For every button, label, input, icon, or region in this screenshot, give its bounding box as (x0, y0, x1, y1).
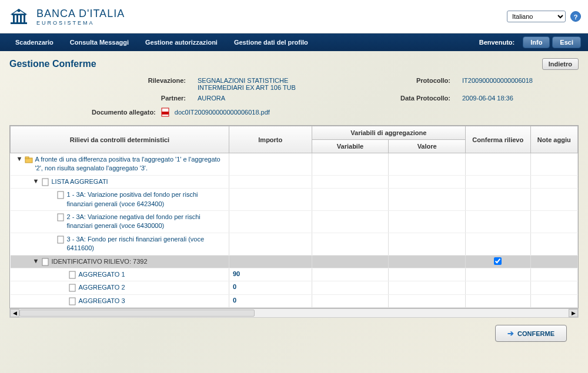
folder-icon (25, 156, 33, 164)
language-selector[interactable]: Italiano (507, 11, 566, 22)
table-row[interactable]: AGGREGATO 2 0 (11, 281, 578, 294)
svg-rect-14 (58, 236, 64, 243)
back-button[interactable]: Indietro (542, 58, 579, 70)
tree-agg2: AGGREGATO 2 (79, 283, 225, 292)
document-icon (68, 271, 76, 279)
page-title: Gestione Conferme (9, 59, 96, 69)
tree-lista: LISTA AGGREGATI (52, 177, 225, 186)
chevron-down-icon[interactable]: ▼ (16, 155, 22, 162)
scroll-left-icon[interactable]: ◀ (10, 309, 19, 317)
svg-rect-5 (24, 15, 25, 22)
conferme-button[interactable]: ➔ CONFERME (495, 325, 567, 342)
document-icon (68, 284, 76, 292)
info-button[interactable]: Info (523, 36, 550, 48)
conferma-checkbox[interactable] (494, 257, 502, 265)
chevron-down-icon[interactable]: ▼ (33, 177, 39, 184)
col-note: Note aggiu (530, 126, 577, 153)
svg-rect-3 (16, 15, 18, 22)
agg3-value: 0 (233, 297, 236, 304)
svg-rect-8 (162, 112, 169, 115)
rilevazione-value-2: INTERMEDIARI EX ART 106 TUB (198, 84, 350, 91)
help-icon[interactable]: ? (570, 11, 581, 22)
data-table: Rilievi da controlli deterministici Impo… (9, 125, 579, 308)
table-row[interactable]: 1 - 3A: Variazione positiva del fondo pe… (11, 189, 578, 211)
agg2-value: 0 (233, 283, 236, 290)
table-row[interactable]: ▼ A fronte di una differenza positiva tr… (11, 153, 578, 176)
col-vars-group: Variabili di aggregazione (312, 126, 465, 140)
scroll-thumb[interactable] (19, 310, 255, 317)
partner-label: Partner: (68, 95, 186, 102)
rilevazione-label: Rilevazione: (68, 77, 186, 91)
conferme-label: CONFERME (517, 330, 554, 337)
info-panel: Rilevazione: SEGNALAZIONI STATISTICHE IN… (68, 77, 579, 102)
table-row[interactable]: 3 - 3A: Fondo per rischi finanziari gene… (11, 233, 578, 255)
arrow-right-icon: ➔ (507, 329, 514, 338)
nav-consulta-messaggi[interactable]: Consulta Messaggi (62, 39, 137, 46)
protocollo-label: Protocollo: (362, 77, 450, 91)
document-icon (41, 258, 49, 266)
table-row-selected[interactable]: ▼ IDENTIFICATIVO RILIEVO: 7392 (11, 255, 578, 268)
brand-name: BANCA D'ITALIA (36, 8, 125, 20)
svg-rect-13 (58, 214, 64, 221)
svg-rect-11 (42, 179, 48, 186)
welcome-label: Benvenuto: (479, 39, 515, 46)
svg-rect-6 (11, 22, 27, 24)
nav-gestione-dati-profilo[interactable]: Gestione dati del profilo (226, 39, 316, 46)
main-nav: Scadenzario Consulta Messaggi Gestione a… (0, 33, 588, 51)
document-icon (56, 213, 65, 221)
header: BANCA D'ITALIA EUROSISTEMA Italiano ? (0, 0, 588, 33)
agg1-value: 90 (233, 270, 240, 277)
tree-id-rilievo: IDENTIFICATIVO RILIEVO: 7392 (52, 257, 225, 266)
pdf-icon (161, 107, 170, 117)
chevron-down-icon[interactable]: ▼ (33, 257, 39, 264)
svg-rect-4 (20, 15, 22, 22)
nav-gestione-autorizzazioni[interactable]: Gestione autorizzazioni (137, 39, 226, 46)
document-icon (41, 178, 49, 186)
tree-item-1: 1 - 3A: Variazione positiva del fondo pe… (67, 190, 225, 209)
svg-rect-12 (58, 191, 64, 199)
col-importo: Importo (229, 126, 312, 153)
nav-scadenzario[interactable]: Scadenzario (7, 39, 62, 46)
table-row[interactable]: AGGREGATO 3 0 (11, 294, 578, 307)
col-conferma: Conferma rilievo (465, 126, 530, 153)
svg-rect-18 (69, 298, 75, 305)
partner-value: AURORA (198, 95, 350, 102)
document-icon (68, 297, 76, 305)
table-row[interactable]: AGGREGATO 1 90 (11, 268, 578, 281)
svg-rect-1 (12, 14, 26, 15)
svg-rect-10 (25, 157, 29, 159)
tree-root-text: A fronte di una differenza positiva tra … (35, 155, 225, 173)
doc-label: Documento allegato: (92, 109, 156, 116)
tree-item-2: 2 - 3A: Variazione negativa del fondo pe… (67, 213, 225, 231)
document-icon (56, 191, 65, 199)
svg-rect-17 (69, 284, 75, 291)
content-area: Gestione Conferme Indietro Rilevazione: … (0, 51, 588, 356)
svg-rect-15 (42, 258, 48, 266)
tree-item-3: 3 - 3A: Fondo per rischi finanziari gene… (67, 235, 225, 253)
horizontal-scrollbar[interactable]: ◀ ▶ (9, 308, 579, 318)
rilevazione-value-1: SEGNALAZIONI STATISTICHE (198, 77, 350, 84)
col-variabile: Variabile (312, 140, 389, 153)
document-icon (56, 236, 65, 244)
bank-logo-icon (7, 5, 31, 28)
col-valore: Valore (389, 140, 466, 153)
protocollo-value: IT200900000000006018 (462, 77, 580, 91)
logo-area: BANCA D'ITALIA EUROSISTEMA (7, 5, 125, 28)
data-protocollo-value: 2009-06-04 18:36 (462, 95, 580, 102)
doc-link[interactable]: doc0IT200900000000006018.pdf (175, 109, 270, 116)
table-row[interactable]: ▼ LISTA AGGREGATI (11, 175, 578, 188)
tree-agg1: AGGREGATO 1 (79, 270, 225, 279)
table-row[interactable]: 2 - 3A: Variazione negativa del fondo pe… (11, 210, 578, 233)
brand-sub: EUROSISTEMA (36, 20, 125, 26)
exit-button[interactable]: Esci (552, 36, 581, 48)
svg-rect-2 (13, 15, 15, 22)
data-protocollo-label: Data Protocollo: (362, 95, 450, 102)
tree-agg3: AGGREGATO 3 (79, 297, 225, 305)
scroll-right-icon[interactable]: ▶ (569, 309, 578, 317)
col-rilievi: Rilievi da controlli deterministici (11, 126, 229, 153)
svg-rect-16 (69, 271, 75, 278)
